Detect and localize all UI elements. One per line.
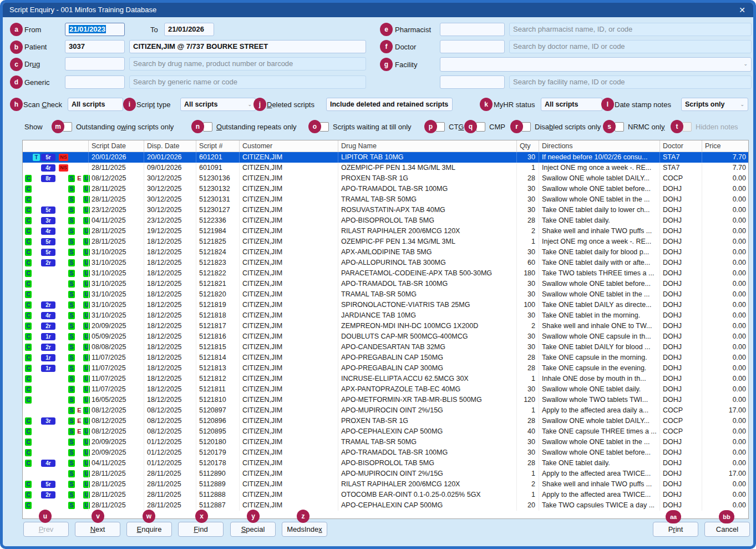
cell-script-date: 11/07/2025 [88,384,144,395]
table-row[interactable]: CSU5r28/11/202528/11/20255112889CITIZEN,… [23,479,748,490]
next-button[interactable]: Next [75,522,120,537]
table-row[interactable]: CSU20/09/202501/12/20255120180CITIZEN,JI… [23,437,748,447]
patient-name-field[interactable]: CITIZEN,JIM @ 7/737 BOURKE STREET [129,40,366,53]
cell-disp-date: 30/12/2025 [144,205,196,215]
table-row[interactable]: CSEU08/12/202508/12/20255120895CITIZEN,J… [23,426,748,437]
table-row[interactable]: CSEU3r08/12/202508/12/20255120896CITIZEN… [23,416,748,426]
script-type-select[interactable]: All scripts⌄ [180,98,256,111]
cell-directions: Shake well and inhale ONE to TW... [539,321,659,331]
table-row[interactable]: CSU11/07/202518/12/20255121812CITIZEN,JI… [23,374,748,384]
pharmacist-id-input[interactable] [440,23,505,36]
supplied-flag-icon: S [68,206,75,214]
table-row[interactable]: CSU1r05/09/202518/12/20255121816CITIZEN,… [23,331,748,342]
enquire-button[interactable]: Enquire [126,522,172,537]
cell-qty: 28 [516,363,539,374]
table-row[interactable]: CSU1r11/07/202518/12/20255121813CITIZEN,… [23,363,748,374]
cell-directions: Take TWO tablets THREE times a ... [539,268,659,279]
myhr-status-select[interactable]: All scripts [541,98,602,111]
cmp-checkbox-label: CMP [489,123,505,131]
cell-script-date: 05/09/2025 [88,331,144,342]
nrmc-checkbox[interactable] [615,122,624,132]
find-button[interactable]: Find [178,522,224,537]
table-row[interactable]: CSU5r23/12/202530/12/202551230127CITIZEN… [23,205,748,215]
doctor-search-input[interactable]: Search by doctor name, ID or code [509,40,752,53]
table-row[interactable]: CSU31/10/202518/12/20255121820CITIZEN,JI… [23,289,748,300]
cell-customer: CITIZEN,JIM [239,247,338,258]
cell-disp-date: 18/12/2025 [144,321,196,331]
edited-flag-icon: E [76,428,83,435]
table-row[interactable]: CSU16/05/202518/12/20255121810CITIZEN,JI… [23,395,748,405]
table-row[interactable]: CSU4r28/11/202519/12/20255121984CITIZEN,… [23,226,748,236]
cell-script-date: 31/10/2025 [88,300,144,310]
table-row[interactable]: CSU5r28/11/202518/12/20255121825CITIZEN,… [23,236,748,247]
generic-search-input[interactable]: Search by generic name or code [129,75,366,89]
table-row[interactable]: SEU08/12/202508/12/20255120897CITIZEN,JI… [23,405,748,416]
pharmacist-search-input[interactable]: Search pharmacist name, ID, or code [509,23,752,36]
table-row[interactable]: CSEU8r08/12/202530/12/202551230136CITIZE… [23,173,748,184]
repeats-checkbox[interactable] [203,122,212,132]
cell-script-number: 51230131 [196,194,239,205]
facility-id-input[interactable] [440,75,505,89]
drug-id-input[interactable] [65,57,125,70]
print-button[interactable]: Print [653,522,698,537]
cell-drug-name: INCRUSE-ELLIPTA ACCU 62.5MCG 30X [338,374,516,384]
cell-drug-name: APO-PREGABALIN CAP 300MG [338,363,516,374]
table-row[interactable]: CSU4r04/11/202501/12/20255120178CITIZEN,… [23,458,748,469]
from-date-input[interactable]: 21/01/2023 [65,23,125,36]
close-icon[interactable]: ✕ [736,3,748,17]
cell-price: 0.00 [702,258,748,268]
waiting-checkbox-label: Scripts waiting at till only [333,123,412,131]
cell-disp-date: 18/12/2025 [144,363,196,374]
table-row[interactable]: CSU11/07/202518/12/20255121811CITIZEN,JI… [23,384,748,395]
facility-search-input[interactable]: Search by facility name, ID or code [509,75,752,89]
facility-select[interactable]: ⌄ [440,57,752,72]
prev-button[interactable]: Prev [23,522,69,537]
patient-id-input[interactable]: 3037 [65,40,125,53]
cell-script-number: 5121823 [196,258,239,268]
supplied-flag-icon: S [68,417,75,425]
cell-script-number: 5121812 [196,374,239,384]
table-row[interactable]: CSU2r31/10/202518/12/20255121823CITIZEN,… [23,258,748,268]
generic-id-input[interactable] [65,75,125,89]
cell-drug-name: APO-CANDESARTAN TAB 32MG [338,342,516,352]
table-row[interactable]: CSU2r28/11/202528/11/20255112888CITIZEN,… [23,490,748,500]
table-row[interactable]: CSU28/11/202528/11/20255112887CITIZEN,JI… [23,500,748,511]
to-date-input[interactable]: 21/01/2026 [164,23,214,36]
cell-price: 0.00 [702,194,748,205]
claimed-icon: C [25,439,32,446]
table-row[interactable]: TNS5r20/01/202620/01/2026601201CITIZEN,J… [23,152,748,163]
table-row[interactable]: CSU2r20/09/202518/12/20255121817CITIZEN,… [23,321,748,331]
medsindex-button[interactable]: MedsIndex [282,522,327,537]
special-button[interactable]: Special [230,522,276,537]
table-row[interactable]: CSU5r31/10/202518/12/20255121824CITIZEN,… [23,247,748,258]
table-row[interactable]: CSU28/11/202530/12/202551230131CITIZEN,J… [23,194,748,205]
cell-directions: Swallow whole ONE tablet in the ... [539,289,659,300]
table-row[interactable]: CSU2r31/10/202518/12/20255121819CITIZEN,… [23,300,748,310]
drug-search-input[interactable]: Search by drug name, product number or b… [129,57,366,70]
claimed-icon: C [25,491,32,498]
cell-script-date: 28/11/2025 [88,469,144,479]
cell-price: 0.00 [702,247,748,258]
table-row[interactable]: CSU31/10/202518/12/20255121821CITIZEN,JI… [23,279,748,289]
date-stamp-notes-select[interactable]: Scripts only⌄ [681,98,748,111]
cmp-checkbox[interactable] [476,122,485,132]
cancel-button[interactable]: Cancel [704,522,750,537]
table-row[interactable]: CSU4r31/10/202518/12/20255121818CITIZEN,… [23,310,748,321]
deleted-scripts-select[interactable]: Include deleted and retained scripts [326,98,453,111]
scan-check-select[interactable]: All scripts [68,98,123,111]
table-row[interactable]: CSU20/09/202501/12/20255120179CITIZEN,JI… [23,447,748,458]
table-row[interactable]: NS4r28/11/202509/01/2026601091CITIZEN,JI… [23,163,748,173]
table-row[interactable]: CSU2r08/08/202518/12/20255121815CITIZEN,… [23,342,748,352]
cell-qty: 30 [516,152,539,163]
doctor-id-input[interactable] [440,40,505,53]
hint-badge-c: c [10,58,23,71]
table-row[interactable]: CSU31/10/202518/12/20255121822CITIZEN,JI… [23,268,748,279]
cell-doctor: STA7 [659,163,702,173]
table-row[interactable]: CSU28/11/202530/12/202551230132CITIZEN,J… [23,184,748,194]
table-row[interactable]: SU28/11/202528/11/20255112890CITIZEN,JIM… [23,469,748,479]
cell-disp-date: 18/12/2025 [144,268,196,279]
table-row[interactable]: CSU1r11/07/202518/12/20255121814CITIZEN,… [23,352,748,363]
table-row[interactable]: CSU3r04/11/202523/12/20255122336CITIZEN,… [23,215,748,226]
cell-script-number: 5121824 [196,247,239,258]
cell-customer: CITIZEN,JIM [239,258,338,268]
